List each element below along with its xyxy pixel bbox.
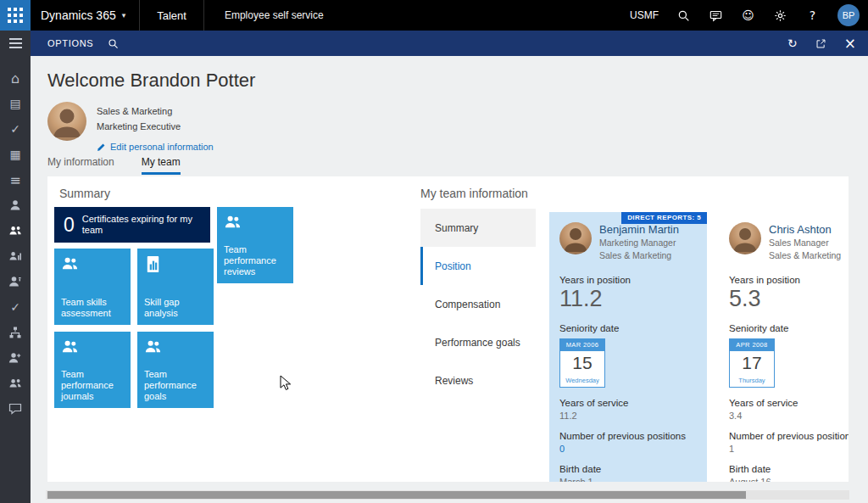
- main-content-area: Welcome Brandon Potter Sales & Marketing…: [31, 56, 868, 503]
- tile-label: Team performance journals: [61, 369, 127, 402]
- calendar-weekday: Thursday: [730, 375, 774, 387]
- receipt-document-icon[interactable]: ▤: [0, 91, 31, 116]
- calendar-day: 17: [730, 351, 774, 375]
- direct-reports-badge: DIRECT REPORTS: 5: [621, 212, 707, 224]
- field-label-years-of-service: Years of service: [559, 398, 697, 408]
- tile-label: Team skills assessment: [61, 297, 127, 319]
- member-department: Sales & Marketing: [769, 249, 841, 261]
- summary-section-title: Summary: [59, 187, 110, 200]
- calendar-day: 15: [560, 351, 604, 375]
- command-bar: OPTIONS ↻ ×: [31, 31, 868, 56]
- tile-skill-gap-analysis[interactable]: Skill gap analysis: [137, 249, 214, 325]
- edit-personal-information-link[interactable]: Edit personal information: [97, 139, 214, 154]
- tile-team-skills-assessment[interactable]: Team skills assessment: [54, 249, 131, 325]
- edit-link-label: Edit personal information: [110, 139, 214, 154]
- command-bar-actions: ↻ ×: [787, 36, 868, 51]
- team-nav-summary[interactable]: Summary: [420, 209, 536, 247]
- current-page-title: Employee self service: [204, 9, 324, 21]
- member-department: Sales & Marketing: [599, 249, 679, 261]
- team-nav-performance-goals[interactable]: Performance goals: [420, 323, 536, 361]
- products-cubes-icon[interactable]: ▦: [0, 142, 31, 167]
- horizontal-scrollbar[interactable]: [46, 490, 849, 500]
- team-nav-reviews[interactable]: Reviews: [420, 361, 536, 400]
- field-label-seniority-date: Seniority date: [559, 323, 697, 333]
- options-menu-button[interactable]: OPTIONS: [31, 38, 93, 48]
- tasks-check-icon[interactable]: ✓: [0, 116, 31, 142]
- birth-date-value: March 1: [559, 477, 697, 482]
- member-name[interactable]: Chris Ashton: [769, 223, 841, 236]
- company-picker[interactable]: USMF: [630, 9, 659, 21]
- tab-my-team[interactable]: My team: [142, 156, 181, 175]
- previous-positions-value[interactable]: 1: [729, 444, 849, 454]
- feedback-message-icon[interactable]: [709, 8, 723, 23]
- people-network-icon[interactable]: [0, 218, 31, 243]
- field-label-birth-date: Birth date: [559, 464, 697, 474]
- field-label-years-of-service: Years of service: [729, 398, 849, 408]
- field-label-previous-positions: Number of previous positions: [559, 431, 697, 441]
- person-question-icon[interactable]: [0, 269, 31, 294]
- years-of-service-value: 3.4: [729, 411, 849, 421]
- field-label-seniority-date: Seniority date: [729, 323, 849, 333]
- person-add-icon[interactable]: [0, 345, 31, 371]
- page-tabs: My information My team: [47, 156, 181, 175]
- approvals-check-icon[interactable]: ✓: [0, 294, 31, 320]
- member-job-title: Marketing Manager: [599, 237, 679, 249]
- profile-photo[interactable]: [47, 102, 86, 141]
- tile-team-performance-goals[interactable]: Team performance goals: [137, 332, 214, 408]
- team-nav-position[interactable]: Position: [420, 247, 536, 285]
- member-identity: Chris Ashton Sales Manager Sales & Marke…: [769, 222, 841, 261]
- team-nav-compensation[interactable]: Compensation: [420, 285, 536, 323]
- field-label-birth-date: Birth date: [729, 464, 849, 474]
- dynamics365-home-link[interactable]: Dynamics 365 ▾: [31, 8, 139, 22]
- command-search-icon[interactable]: [108, 38, 119, 49]
- person-time-icon[interactable]: [0, 193, 31, 218]
- feedback-chat-icon[interactable]: [0, 396, 31, 422]
- team-member-card-chris-ashton[interactable]: Chris Ashton Sales Manager Sales & Marke…: [719, 212, 849, 482]
- tab-my-information[interactable]: My information: [47, 156, 114, 175]
- close-icon[interactable]: ×: [844, 36, 856, 51]
- welcome-heading: Welcome Brandon Potter: [47, 70, 255, 92]
- settings-gear-icon[interactable]: [773, 8, 787, 23]
- user-avatar-initials[interactable]: BP: [837, 4, 860, 26]
- member-identity: Benjamin Martin Marketing Manager Sales …: [599, 222, 679, 261]
- team-icon: [60, 254, 80, 274]
- module-name-talent[interactable]: Talent: [140, 9, 203, 22]
- calendar-month-year: MAR 2006: [560, 339, 604, 351]
- years-of-service-value: 11.2: [559, 411, 697, 421]
- app-name: Dynamics 365: [41, 8, 116, 22]
- tile-label: Team performance reviews: [224, 244, 290, 277]
- years-in-position-value: 5.3: [729, 285, 849, 313]
- scrollbar-thumb[interactable]: [47, 491, 746, 499]
- refresh-icon[interactable]: ↻: [787, 37, 798, 49]
- member-job-title: Sales Manager: [769, 237, 841, 249]
- home-icon[interactable]: ⌂: [0, 65, 31, 91]
- app-launcher-waffle-icon[interactable]: [0, 0, 31, 31]
- team-icon: [60, 338, 80, 357]
- member-name[interactable]: Benjamin Martin: [599, 223, 679, 236]
- field-label-years-in-position: Years in position: [729, 275, 849, 285]
- org-chart-icon[interactable]: [0, 320, 31, 345]
- tile-team-performance-journals[interactable]: Team performance journals: [54, 332, 131, 408]
- help-icon[interactable]: ?: [805, 8, 820, 23]
- journal-list-icon[interactable]: ≡: [0, 167, 31, 193]
- navigation-sidebar: ⌂ ▤ ✓ ▦ ≡ ✓: [0, 31, 31, 503]
- certificates-label: Certificates expiring for my team: [82, 214, 194, 236]
- open-in-new-window-icon[interactable]: [815, 38, 826, 49]
- smiley-feedback-icon[interactable]: ☺: [741, 8, 755, 23]
- tile-certificates-expiring[interactable]: 0 Certificates expiring for my team: [54, 207, 210, 243]
- birth-date-value: August 16: [729, 477, 849, 482]
- search-icon[interactable]: [676, 8, 691, 23]
- member-avatar: [729, 222, 761, 254]
- team-member-card-benjamin-martin[interactable]: DIRECT REPORTS: 5 Benjamin Martin Market…: [549, 212, 707, 482]
- people-group-icon[interactable]: [0, 371, 31, 396]
- team-section-title: My team information: [420, 187, 528, 200]
- tile-team-performance-reviews[interactable]: Team performance reviews: [217, 207, 293, 283]
- profile-department: Sales & Marketing: [97, 103, 214, 119]
- people-chart-icon[interactable]: [0, 243, 31, 269]
- profile-job-title: Marketing Executive: [97, 119, 214, 134]
- calendar-weekday: Wednesday: [560, 375, 604, 387]
- tile-label: Team performance goals: [144, 369, 210, 402]
- previous-positions-value[interactable]: 0: [559, 444, 697, 454]
- menu-toggle-button[interactable]: [0, 31, 31, 56]
- team-info-nav: Summary Position Compensation Performanc…: [420, 209, 536, 400]
